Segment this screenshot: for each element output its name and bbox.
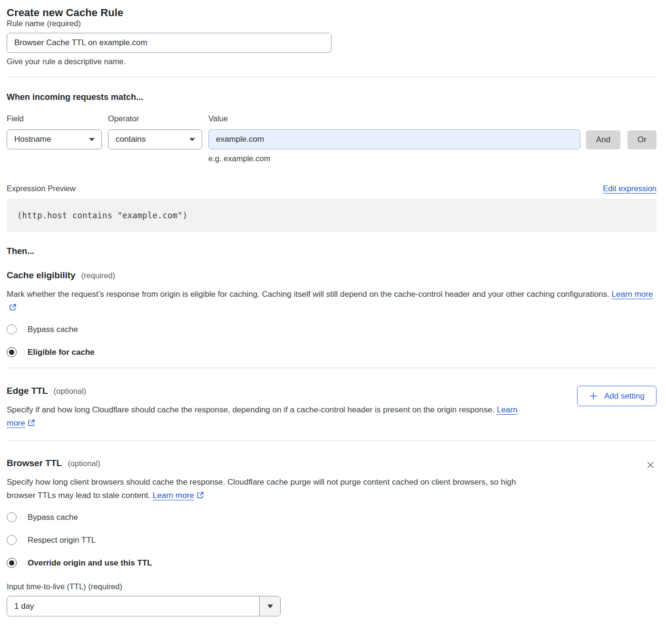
field-select-value: Hostname xyxy=(14,135,51,144)
andor-buttons: And Or xyxy=(586,130,656,149)
edge-ttl-header: Edge TTL (optional) xyxy=(7,386,530,396)
plus-icon xyxy=(589,391,598,400)
cache-eligibility-description: Mark whether the request’s response from… xyxy=(7,288,656,314)
rule-name-input[interactable] xyxy=(7,33,332,53)
value-column: Value e.g. example.com xyxy=(208,114,580,163)
external-link-icon xyxy=(196,491,204,499)
edge-ttl-description: Specify if and how long Cloudflare shoul… xyxy=(7,403,530,430)
divider xyxy=(7,77,656,77)
radio-icon xyxy=(7,347,17,357)
cache-eligibility-learn-more-link[interactable]: Learn more xyxy=(612,290,653,299)
radio-label: Override origin and use this TTL xyxy=(28,558,152,568)
edge-ttl-optional-badge: (optional) xyxy=(54,387,87,396)
ttl-select-value: 1 day xyxy=(7,596,259,616)
radio-icon xyxy=(7,558,17,568)
radio-bypass-cache[interactable]: Bypass cache xyxy=(7,324,656,334)
match-condition-row: Field Hostname Operator contains Value e… xyxy=(7,114,656,163)
or-button[interactable]: Or xyxy=(627,130,656,149)
operator-select[interactable]: contains xyxy=(108,129,202,149)
divider xyxy=(7,440,656,441)
then-heading: Then... xyxy=(7,246,656,256)
chevron-down-icon xyxy=(89,138,95,141)
browser-ttl-title: Browser TTL xyxy=(7,458,62,468)
edit-expression-link[interactable]: Edit expression xyxy=(603,184,656,193)
value-help: e.g. example.com xyxy=(208,154,580,163)
add-setting-button[interactable]: Add setting xyxy=(577,386,656,406)
radio-label: Respect origin TTL xyxy=(28,536,96,545)
ttl-select-arrow-button[interactable] xyxy=(259,596,280,616)
and-button[interactable]: And xyxy=(586,130,620,149)
edge-ttl-section: Edge TTL (optional) Specify if and how l… xyxy=(7,386,656,430)
field-label: Field xyxy=(7,114,102,123)
ttl-input-label: Input time-to-live (TTL) (required) xyxy=(7,582,656,591)
operator-column: Operator contains xyxy=(108,114,202,149)
browser-ttl-section: Browser TTL (optional) Specify how long … xyxy=(7,458,656,502)
chevron-down-icon xyxy=(189,138,195,141)
cache-eligibility-options: Bypass cache Eligible for cache xyxy=(7,324,656,357)
radio-override-origin-ttl[interactable]: Override origin and use this TTL xyxy=(7,558,656,568)
external-link-icon xyxy=(9,303,17,311)
remove-browser-ttl-button[interactable] xyxy=(645,459,656,472)
match-heading: When incoming requests match... xyxy=(7,92,656,102)
value-label: Value xyxy=(208,114,580,123)
ttl-select[interactable]: 1 day xyxy=(7,596,281,616)
close-icon xyxy=(646,460,656,470)
radio-label: Bypass cache xyxy=(28,513,78,522)
rule-name-help: Give your rule a descriptive name. xyxy=(7,57,656,66)
cache-eligibility-description-text: Mark whether the request’s response from… xyxy=(7,290,609,299)
browser-ttl-content: Browser TTL (optional) Specify how long … xyxy=(7,458,530,502)
browser-ttl-description: Specify how long client browsers should … xyxy=(7,476,530,502)
edge-ttl-description-text: Specify if and how long Cloudflare shoul… xyxy=(7,405,494,414)
cache-eligibility-required-badge: (required) xyxy=(81,271,116,280)
field-column: Field Hostname xyxy=(7,114,102,149)
value-input[interactable] xyxy=(208,129,580,149)
browser-ttl-header: Browser TTL (optional) xyxy=(7,458,530,468)
chevron-down-icon xyxy=(267,605,273,608)
page-title: Create new Cache Rule xyxy=(7,7,656,19)
radio-bypass-cache[interactable]: Bypass cache xyxy=(7,512,656,522)
radio-label: Bypass cache xyxy=(28,325,78,334)
operator-label: Operator xyxy=(108,114,202,123)
browser-ttl-learn-more-link[interactable]: Learn more xyxy=(153,491,194,500)
expression-code: (http.host contains "example.com") xyxy=(7,199,656,232)
cache-eligibility-title: Cache eligibility xyxy=(7,270,76,281)
cache-eligibility-header: Cache eligibility (required) xyxy=(7,270,656,281)
browser-ttl-optional-badge: (optional) xyxy=(68,459,100,468)
create-cache-rule-form: Create new Cache Rule Rule name (require… xyxy=(0,0,666,625)
radio-icon xyxy=(7,324,17,334)
radio-eligible-for-cache[interactable]: Eligible for cache xyxy=(7,347,656,357)
add-setting-label: Add setting xyxy=(604,391,645,401)
expression-preview-label: Expression Preview xyxy=(7,184,76,193)
radio-icon xyxy=(7,512,17,522)
radio-icon xyxy=(7,535,17,545)
radio-respect-origin-ttl[interactable]: Respect origin TTL xyxy=(7,535,656,545)
operator-select-value: contains xyxy=(116,135,146,144)
edge-ttl-title: Edge TTL xyxy=(7,386,48,396)
edge-ttl-content: Edge TTL (optional) Specify if and how l… xyxy=(7,386,530,430)
rule-name-label: Rule name (required) xyxy=(7,19,81,28)
field-select[interactable]: Hostname xyxy=(7,129,102,149)
radio-label: Eligible for cache xyxy=(28,348,95,357)
browser-ttl-description-text: Specify how long client browsers should … xyxy=(7,478,516,500)
expression-preview-row: Expression Preview Edit expression xyxy=(7,184,656,193)
divider xyxy=(7,368,656,368)
browser-ttl-options: Bypass cache Respect origin TTL Override… xyxy=(7,512,656,568)
external-link-icon xyxy=(28,419,35,427)
